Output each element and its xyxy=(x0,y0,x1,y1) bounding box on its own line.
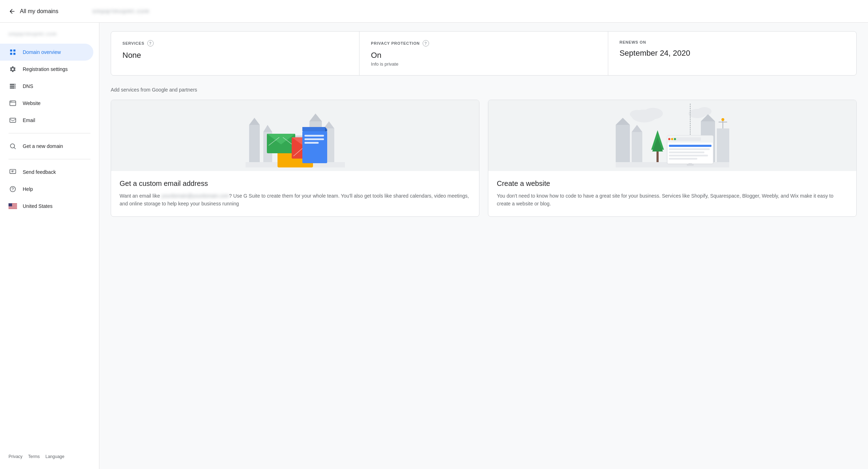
svg-rect-1 xyxy=(13,50,16,52)
renews-label: RENEWS ON xyxy=(620,40,845,44)
language-link[interactable]: Language xyxy=(45,454,64,459)
svg-rect-78 xyxy=(672,137,701,141)
svg-point-58 xyxy=(630,110,644,118)
svg-point-13 xyxy=(11,101,12,102)
svg-point-81 xyxy=(674,138,676,140)
svg-rect-26 xyxy=(9,206,17,207)
email-card-illustration xyxy=(111,100,479,171)
svg-point-8 xyxy=(15,86,16,87)
services-help-icon[interactable]: ? xyxy=(147,40,154,46)
svg-rect-67 xyxy=(717,128,729,167)
services-value: None xyxy=(122,51,348,60)
terms-link[interactable]: Terms xyxy=(28,454,40,459)
svg-rect-61 xyxy=(616,125,630,167)
svg-rect-30 xyxy=(249,125,260,167)
services-grid: Get a custom email address Want an email… xyxy=(111,100,857,217)
svg-rect-53 xyxy=(304,142,319,144)
email-card-desc: Want an email like yourdomain@yourdomain… xyxy=(120,192,471,208)
svg-marker-62 xyxy=(616,118,630,125)
svg-rect-82 xyxy=(669,145,712,147)
sidebar-item-united-states[interactable]: United States xyxy=(0,198,93,215)
sidebar-item-registration-settings-label: Registration settings xyxy=(23,66,68,72)
svg-marker-31 xyxy=(249,118,260,125)
website-card-body: Create a website You don't need to know … xyxy=(488,171,856,216)
sidebar-item-send-feedback[interactable]: ! Send feedback xyxy=(0,164,93,181)
svg-point-12 xyxy=(10,101,11,102)
info-card-privacy: PRIVACY PROTECTION ? On Info is private xyxy=(359,32,608,75)
svg-marker-35 xyxy=(309,114,322,121)
sidebar-item-email-label: Email xyxy=(23,117,35,123)
svg-rect-72 xyxy=(657,150,659,162)
svg-rect-27 xyxy=(9,207,17,208)
main-content: SERVICES ? None PRIVACY PROTECTION ? On … xyxy=(99,23,868,469)
website-service-card[interactable]: Create a website You don't need to know … xyxy=(488,100,857,217)
sidebar-footer: Privacy Terms Language xyxy=(0,444,99,469)
svg-rect-2 xyxy=(10,53,12,55)
sidebar: smpqrtmxpmt.com Domain overview xyxy=(0,23,99,469)
svg-text:!: ! xyxy=(12,170,13,173)
svg-rect-29 xyxy=(9,203,12,206)
sidebar-item-domain-overview[interactable]: Domain overview xyxy=(0,44,93,61)
renews-value: September 24, 2020 xyxy=(620,49,845,58)
sidebar-item-email[interactable]: Email xyxy=(0,112,93,129)
sidebar-item-help[interactable]: Help xyxy=(0,181,93,198)
help-icon xyxy=(9,185,17,193)
sidebar-item-website-label: Website xyxy=(23,100,40,106)
sidebar-item-dns-label: DNS xyxy=(23,83,33,89)
sidebar-item-dns[interactable]: DNS xyxy=(0,78,93,95)
svg-rect-3 xyxy=(13,53,16,55)
privacy-value: On xyxy=(371,51,596,60)
svg-point-70 xyxy=(721,118,724,121)
svg-rect-86 xyxy=(669,158,697,160)
svg-rect-0 xyxy=(10,50,12,52)
email-card-body: Get a custom email address Want an email… xyxy=(111,171,479,216)
sidebar-item-united-states-label: United States xyxy=(23,203,53,209)
email-card-title: Get a custom email address xyxy=(120,180,471,188)
website-card-title: Create a website xyxy=(497,180,848,188)
sidebar-secondary-section: Get a new domain xyxy=(0,136,99,156)
flag-icon xyxy=(9,202,17,210)
back-label: All my domains xyxy=(20,8,58,15)
privacy-help-icon[interactable]: ? xyxy=(423,40,429,46)
svg-point-80 xyxy=(671,138,673,140)
main-layout: smpqrtmxpmt.com Domain overview xyxy=(0,23,868,469)
svg-rect-28 xyxy=(9,208,17,209)
svg-rect-14 xyxy=(10,118,16,122)
info-card-services: SERVICES ? None xyxy=(111,32,359,75)
svg-point-79 xyxy=(668,138,670,140)
svg-point-7 xyxy=(15,84,16,85)
svg-rect-52 xyxy=(304,138,324,140)
sidebar-item-website[interactable]: Website xyxy=(0,95,93,112)
website-card-illustration xyxy=(488,100,856,171)
sidebar-domain: smpqrtmxpmt.com xyxy=(0,28,99,42)
svg-rect-51 xyxy=(304,135,324,137)
sidebar-item-get-new-domain[interactable]: Get a new domain xyxy=(0,138,93,155)
sidebar-item-domain-overview-label: Domain overview xyxy=(23,49,61,55)
gear-icon xyxy=(9,65,17,73)
website-icon xyxy=(9,99,17,107)
email-service-card[interactable]: Get a custom email address Want an email… xyxy=(111,100,479,217)
privacy-link[interactable]: Privacy xyxy=(9,454,22,459)
sidebar-item-help-label: Help xyxy=(23,186,33,192)
header-domain: smpqrtmxpmt.com xyxy=(92,8,150,15)
svg-rect-85 xyxy=(669,155,708,156)
privacy-sub: Info is private xyxy=(371,61,596,67)
back-button[interactable]: All my domains xyxy=(9,8,58,15)
sidebar-item-registration-settings[interactable]: Registration settings xyxy=(0,61,93,78)
svg-marker-64 xyxy=(632,125,642,132)
info-card-renews: RENEWS ON September 24, 2020 xyxy=(608,32,856,75)
search-icon xyxy=(9,142,17,150)
header: All my domains smpqrtmxpmt.com xyxy=(0,0,868,23)
email-icon xyxy=(9,116,17,125)
website-card-desc: You don't need to know how to code to ha… xyxy=(497,192,848,208)
feedback-icon: ! xyxy=(9,168,17,176)
svg-marker-33 xyxy=(263,125,272,132)
svg-rect-88 xyxy=(688,163,692,165)
services-label: SERVICES ? xyxy=(122,40,348,46)
privacy-label: PRIVACY PROTECTION ? xyxy=(371,40,596,46)
svg-rect-83 xyxy=(669,148,710,150)
svg-marker-54 xyxy=(302,127,327,131)
sidebar-tertiary-section: ! Send feedback Help xyxy=(0,162,99,216)
svg-point-57 xyxy=(643,108,663,119)
back-arrow-icon xyxy=(9,8,16,15)
